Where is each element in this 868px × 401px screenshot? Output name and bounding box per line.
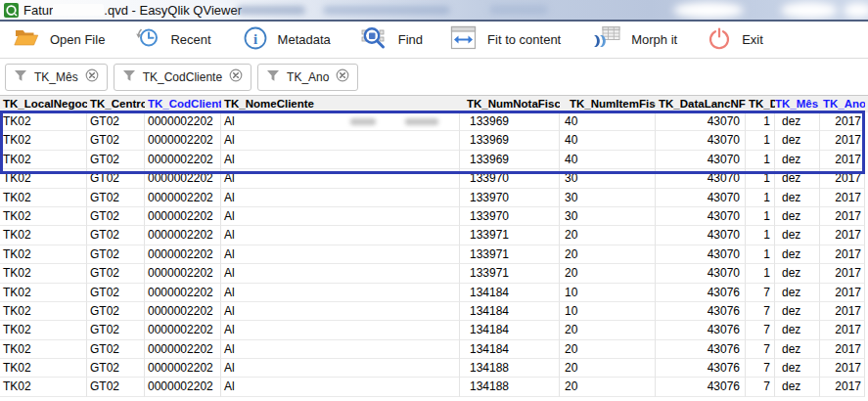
cell-TK_Mês[interactable]: dez: [775, 131, 820, 150]
table-row[interactable]: TK02GT020000002202Al13397030430701dez201…: [0, 207, 868, 226]
remove-filter-icon[interactable]: [229, 68, 243, 86]
cell-TK_Mês[interactable]: dez: [775, 302, 820, 321]
remove-filter-icon[interactable]: [85, 68, 99, 86]
column-header-TK_Centro[interactable]: TK_Centro: [87, 96, 145, 112]
cell-TK_NumNotaFiscal[interactable]: 133970: [460, 189, 560, 207]
cell-TK_NumNotaFiscal[interactable]: 133969: [460, 112, 560, 131]
cell-TK_NomeCliente[interactable]: Al: [221, 359, 460, 378]
cell-TK_NumNotaFiscal[interactable]: 134184: [460, 302, 560, 321]
cell-TK_NumNotaFiscal[interactable]: 134184: [460, 284, 560, 302]
cell-TK_NomeCliente[interactable]: Al: [221, 284, 460, 302]
cell-TK_DataLancNF[interactable]: 43070: [656, 189, 746, 207]
cell-TK_CodCliente[interactable]: 0000002202: [145, 340, 221, 359]
remove-filter-icon[interactable]: [336, 68, 349, 86]
cell-TK_Ano[interactable]: 2017: [820, 245, 865, 264]
cell-TK_Mês[interactable]: dez: [775, 151, 820, 169]
cell-TK_Centro[interactable]: GT02: [87, 169, 145, 188]
cell-TK_Mês[interactable]: dez: [775, 378, 820, 396]
cell-TK_LocalNegocio[interactable]: TK02: [0, 207, 87, 226]
column-header-TK_Dia[interactable]: TK_Dia: [746, 96, 775, 112]
cell-TK_NumItemFiscal[interactable]: 40: [560, 151, 656, 169]
table-row[interactable]: TK02GT020000002202Al13397120430701dez201…: [0, 264, 868, 283]
cell-TK_CodCliente[interactable]: 0000002202: [145, 151, 221, 169]
cell-TK_NumNotaFiscal[interactable]: 133971: [460, 264, 560, 283]
cell-TK_LocalNegocio[interactable]: TK02: [0, 302, 87, 321]
table-row[interactable]: TK02GT020000002202Al13397030430701dez201…: [0, 189, 868, 207]
table-row[interactable]: TK02GT020000002202Al13397030430701dez201…: [0, 169, 868, 188]
cell-TK_CodCliente[interactable]: 0000002202: [145, 245, 221, 264]
cell-TK_NomeCliente[interactable]: Al: [221, 151, 460, 169]
cell-TK_LocalNegocio[interactable]: TK02: [0, 264, 87, 283]
cell-TK_Dia[interactable]: 7: [746, 302, 775, 321]
cell-TK_Centro[interactable]: GT02: [87, 359, 145, 378]
cell-TK_Mês[interactable]: dez: [775, 321, 820, 339]
cell-TK_NomeCliente[interactable]: Al: [221, 169, 460, 188]
cell-TK_Centro[interactable]: GT02: [87, 340, 145, 359]
exit-button[interactable]: Exit: [703, 24, 767, 56]
cell-TK_Ano[interactable]: 2017: [820, 284, 865, 302]
cell-TK_LocalNegocio[interactable]: TK02: [0, 340, 87, 359]
cell-TK_NumItemFiscal[interactable]: 40: [560, 112, 656, 131]
cell-TK_CodCliente[interactable]: 0000002202: [145, 207, 221, 226]
cell-TK_NumNotaFiscal[interactable]: 133970: [460, 169, 560, 188]
column-header-TK_Ano[interactable]: TK_Ano: [820, 96, 865, 112]
cell-TK_DataLancNF[interactable]: 43070: [656, 112, 746, 131]
cell-TK_Mês[interactable]: dez: [775, 207, 820, 226]
cell-TK_CodCliente[interactable]: 0000002202: [145, 321, 221, 339]
cell-TK_Ano[interactable]: 2017: [820, 169, 865, 188]
cell-TK_LocalNegocio[interactable]: TK02: [0, 169, 87, 188]
cell-TK_NumNotaFiscal[interactable]: 133971: [460, 226, 560, 245]
cell-TK_Ano[interactable]: 2017: [820, 321, 865, 339]
cell-TK_Ano[interactable]: 2017: [820, 189, 865, 207]
cell-TK_Dia[interactable]: 7: [746, 284, 775, 302]
cell-TK_Centro[interactable]: GT02: [87, 245, 145, 264]
cell-TK_NumItemFiscal[interactable]: 20: [560, 340, 656, 359]
cell-TK_DataLancNF[interactable]: 43070: [656, 151, 746, 169]
cell-TK_Ano[interactable]: 2017: [820, 207, 865, 226]
cell-TK_NomeCliente[interactable]: Al: [221, 302, 460, 321]
cell-TK_DataLancNF[interactable]: 43076: [656, 340, 746, 359]
cell-TK_NumItemFiscal[interactable]: 10: [560, 284, 656, 302]
cell-TK_Centro[interactable]: GT02: [87, 131, 145, 150]
filter-chip-tk-ano[interactable]: TK_Ano: [257, 64, 358, 91]
table-row[interactable]: TK02GT020000002202Al13397120430701dez201…: [0, 245, 868, 264]
cell-TK_CodCliente[interactable]: 0000002202: [145, 359, 221, 378]
cell-TK_Mês[interactable]: dez: [775, 189, 820, 207]
column-header-TK_NumNotaFiscal[interactable]: TK_NumNotaFiscal: [460, 96, 560, 112]
table-row[interactable]: TK02GT020000002202Al13397120430701dez201…: [0, 226, 868, 245]
cell-TK_Dia[interactable]: 1: [746, 169, 775, 188]
cell-TK_LocalNegocio[interactable]: TK02: [0, 321, 87, 339]
cell-TK_Dia[interactable]: 1: [746, 131, 775, 150]
cell-TK_Dia[interactable]: 1: [746, 245, 775, 264]
cell-TK_NomeCliente[interactable]: Al: [221, 226, 460, 245]
cell-TK_LocalNegocio[interactable]: TK02: [0, 131, 87, 150]
cell-TK_LocalNegocio[interactable]: TK02: [0, 189, 87, 207]
cell-TK_NumItemFiscal[interactable]: 30: [560, 189, 656, 207]
cell-TK_Centro[interactable]: GT02: [87, 284, 145, 302]
metadata-button[interactable]: i Metadata: [239, 24, 335, 56]
column-header-TK_Mês[interactable]: TK_Mês: [775, 96, 820, 112]
cell-TK_Mês[interactable]: dez: [775, 169, 820, 188]
cell-TK_Ano[interactable]: 2017: [820, 131, 865, 150]
cell-TK_Centro[interactable]: GT02: [87, 378, 145, 396]
cell-TK_Ano[interactable]: 2017: [820, 378, 865, 396]
cell-TK_Ano[interactable]: 2017: [820, 340, 865, 359]
cell-TK_CodCliente[interactable]: 0000002202: [145, 131, 221, 150]
cell-TK_Centro[interactable]: GT02: [87, 207, 145, 226]
cell-TK_NumItemFiscal[interactable]: 30: [560, 207, 656, 226]
cell-TK_Ano[interactable]: 2017: [820, 359, 865, 378]
cell-TK_Ano[interactable]: 2017: [820, 112, 865, 131]
cell-TK_Centro[interactable]: GT02: [87, 112, 145, 131]
cell-TK_Mês[interactable]: dez: [775, 245, 820, 264]
cell-TK_NumItemFiscal[interactable]: 20: [560, 226, 656, 245]
cell-TK_DataLancNF[interactable]: 43070: [656, 131, 746, 150]
cell-TK_Dia[interactable]: 1: [746, 207, 775, 226]
cell-TK_NumNotaFiscal[interactable]: 133971: [460, 245, 560, 264]
cell-TK_CodCliente[interactable]: 0000002202: [145, 284, 221, 302]
table-row[interactable]: TK02GT020000002202Al13418820430767dez201…: [0, 359, 868, 378]
cell-TK_Ano[interactable]: 2017: [820, 226, 865, 245]
cell-TK_CodCliente[interactable]: 0000002202: [145, 378, 221, 396]
cell-TK_NomeCliente[interactable]: Al: [221, 264, 460, 283]
cell-TK_NumNotaFiscal[interactable]: 133969: [460, 151, 560, 169]
cell-TK_Dia[interactable]: 7: [746, 321, 775, 339]
